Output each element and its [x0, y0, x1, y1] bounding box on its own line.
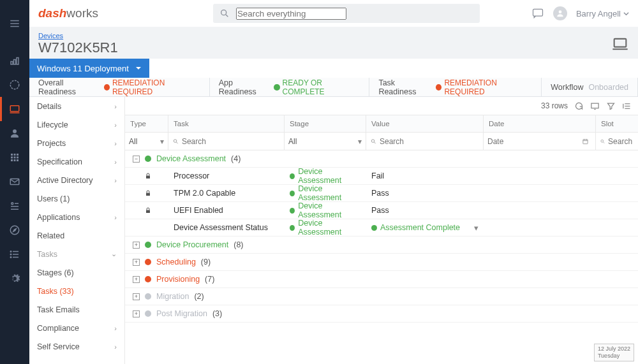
svg-rect-10: [11, 154, 13, 156]
dashboard-icon[interactable]: [0, 73, 29, 97]
chat-icon[interactable]: [531, 7, 544, 20]
filter-value-input[interactable]: [380, 137, 479, 146]
group-row[interactable]: −Device Assessment(4): [125, 150, 638, 168]
sidebar-item[interactable]: Projects›: [29, 134, 124, 152]
analytics-icon[interactable]: [0, 48, 29, 73]
sidebar-item-label: Stages (6): [37, 268, 74, 277]
table-row[interactable]: UEFI EnabledDevice AssessmentPass: [125, 202, 638, 219]
tab-workflow[interactable]: Workflow Onboarded: [542, 78, 638, 96]
deployment-dropdown[interactable]: Windows 11 Deployment: [29, 59, 149, 78]
grid-filter-row: All▾ All▾: [125, 133, 638, 150]
breadcrumb-parent[interactable]: Devices: [38, 32, 63, 40]
refresh-icon[interactable]: [574, 101, 584, 111]
col-header-type[interactable]: Type: [125, 115, 168, 132]
svg-rect-14: [14, 157, 16, 159]
sidebar-item[interactable]: Tasks (33): [29, 282, 124, 300]
devices-icon[interactable]: [0, 97, 29, 121]
filter-date[interactable]: [484, 133, 596, 150]
group-row[interactable]: +Provisioning(7): [125, 271, 638, 288]
group-name[interactable]: Scheduling: [156, 258, 196, 266]
sidebar-item[interactable]: Details›: [29, 97, 124, 115]
sidebar-item[interactable]: Specification›: [29, 152, 124, 171]
columns-icon[interactable]: [622, 101, 632, 111]
filter-task-input[interactable]: [182, 137, 280, 146]
menu-icon[interactable]: [0, 11, 29, 36]
sidebar-item-label: Compliance: [37, 324, 79, 333]
chevron-right-icon: ›: [114, 214, 117, 221]
compass-icon[interactable]: [0, 218, 29, 242]
col-header-stage[interactable]: Stage: [285, 115, 366, 132]
group-name[interactable]: Migration: [156, 292, 189, 301]
group-name[interactable]: Post Migration: [156, 309, 207, 318]
col-header-value[interactable]: Value: [366, 115, 484, 132]
filter-date-input[interactable]: [487, 137, 582, 146]
filter-value[interactable]: [366, 133, 484, 150]
left-nav-rail: [0, 0, 29, 364]
table-row[interactable]: TPM 2.0 CapableDevice AssessmentPass: [125, 185, 638, 202]
sidebar-item[interactable]: Applications›: [29, 208, 124, 226]
screen-icon[interactable]: [590, 101, 600, 111]
table-row[interactable]: ProcessorDevice AssessmentFail: [125, 168, 638, 185]
search-icon: [172, 138, 179, 145]
tasks-icon[interactable]: [0, 194, 29, 218]
status-dot-green-icon: [290, 191, 295, 196]
search-input[interactable]: [236, 8, 346, 20]
list-icon[interactable]: [0, 242, 29, 266]
status-dot-green-icon: [274, 84, 279, 91]
settings-icon[interactable]: [0, 266, 29, 291]
filter-stage[interactable]: All▾: [285, 133, 366, 150]
expand-icon[interactable]: +: [133, 276, 140, 283]
group-name[interactable]: Device Procurement: [156, 240, 228, 249]
tab-overall-readiness[interactable]: Overall Readiness REMEDIATION REQUIRED: [29, 78, 210, 96]
expand-icon[interactable]: +: [133, 310, 140, 317]
sidebar-item-label: Active Directory: [37, 176, 93, 185]
grid-body: −Device Assessment(4)ProcessorDevice Ass…: [125, 150, 638, 323]
users-icon[interactable]: [0, 121, 29, 145]
group-name[interactable]: Provisioning: [156, 275, 200, 284]
cell-value[interactable]: Assessment Complete▾: [366, 223, 484, 233]
sidebar-item[interactable]: Lifecycle›: [29, 115, 124, 134]
user-menu[interactable]: Barry Angell: [576, 9, 629, 18]
filter-type[interactable]: All▾: [125, 133, 168, 150]
sidebar-item[interactable]: Tasks⌄: [29, 245, 124, 263]
cell-stage[interactable]: Device Assessment: [285, 219, 366, 237]
col-header-date[interactable]: Date: [484, 115, 596, 132]
global-search[interactable]: [213, 4, 480, 23]
sidebar-item[interactable]: Users (1): [29, 189, 124, 208]
group-count: (4): [231, 154, 241, 163]
sidebar-item[interactable]: Active Directory›: [29, 171, 124, 189]
group-row[interactable]: +Post Migration(3): [125, 305, 638, 323]
sidebar-item[interactable]: Related: [29, 226, 124, 245]
status-dot-red-icon: [436, 84, 441, 91]
svg-point-20: [11, 203, 13, 205]
collapse-icon[interactable]: −: [133, 156, 140, 163]
group-row[interactable]: +Migration(2): [125, 288, 638, 305]
svg-point-45: [371, 139, 375, 142]
filter-slot[interactable]: [596, 133, 638, 150]
group-row[interactable]: +Scheduling(9): [125, 254, 638, 271]
cell-value: Pass: [366, 206, 484, 215]
group-name[interactable]: Device Assessment: [156, 154, 226, 163]
col-header-task[interactable]: Task: [168, 115, 285, 132]
cell-stage[interactable]: Device Assessment: [285, 201, 366, 219]
expand-icon[interactable]: +: [133, 259, 140, 266]
status-dot-icon: [145, 310, 151, 317]
sidebar-item[interactable]: Self Service›: [29, 337, 124, 356]
cell-stage[interactable]: Device Assessment: [285, 167, 366, 185]
apps-icon[interactable]: [0, 145, 29, 170]
tab-app-readiness[interactable]: App Readiness READY OR COMPLETE: [210, 78, 370, 96]
table-row[interactable]: Device Assessment StatusDevice Assessmen…: [125, 219, 638, 237]
sidebar-item[interactable]: Compliance›: [29, 319, 124, 337]
filter-icon[interactable]: [606, 101, 616, 111]
cell-stage[interactable]: Device Assessment: [285, 184, 366, 202]
expand-icon[interactable]: +: [133, 242, 140, 249]
mail-icon[interactable]: [0, 170, 29, 194]
sidebar-item[interactable]: Stages (6): [29, 263, 124, 282]
sidebar-item[interactable]: Task Emails: [29, 300, 124, 319]
filter-slot-input[interactable]: [608, 137, 634, 146]
group-row[interactable]: +Device Procurement(8): [125, 237, 638, 254]
filter-task[interactable]: [168, 133, 285, 150]
col-header-slot[interactable]: Slot: [596, 115, 638, 132]
expand-icon[interactable]: +: [133, 293, 140, 300]
tab-task-readiness[interactable]: Task Readiness REMEDIATION REQUIRED: [369, 78, 542, 96]
